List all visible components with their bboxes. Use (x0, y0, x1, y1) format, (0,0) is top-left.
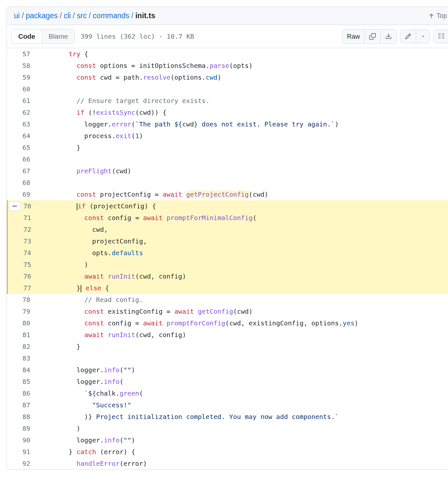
line-number[interactable]: 79 (7, 306, 46, 317)
line-number[interactable]: 88 (7, 411, 46, 423)
line-number[interactable]: 66 (7, 153, 46, 165)
breadcrumb-link[interactable]: ui (14, 11, 20, 20)
line-number[interactable]: 60 (7, 83, 46, 95)
code-token: info (104, 436, 120, 444)
code-line[interactable]: await runInit(cwd, config) (46, 329, 448, 341)
raw-button[interactable]: Raw (342, 30, 364, 44)
code-line[interactable]: await runInit(cwd, config) (46, 270, 448, 282)
download-button[interactable] (380, 30, 396, 44)
code-line[interactable]: const config = await promptForMinimalCon… (46, 212, 448, 224)
code-line[interactable]: const config = await promptForConfig(cwd… (46, 317, 448, 329)
line-number[interactable]: 91 (7, 446, 46, 458)
line-number[interactable]: 67 (7, 165, 46, 177)
code-line[interactable]: const existingConfig = await getConfig(c… (46, 306, 448, 317)
code-line[interactable]: const cwd = path.resolve(options.cwd) (46, 72, 448, 83)
line-number[interactable]: 87 (7, 399, 46, 411)
line-number[interactable]: 92 (7, 458, 46, 469)
line-number[interactable]: 80 (7, 317, 46, 329)
code-line[interactable] (46, 177, 448, 189)
code-line[interactable]: opts.defaults (46, 247, 448, 259)
code-line[interactable]: // Read config. (46, 294, 448, 306)
code-line[interactable]: ) (46, 259, 448, 270)
line-number[interactable]: 75 (7, 259, 46, 270)
code-line[interactable]: } (46, 341, 448, 352)
breadcrumb-link[interactable]: packages (26, 11, 58, 20)
code-line[interactable]: const projectConfig = await getProjectCo… (46, 189, 448, 200)
code-line[interactable]: preFlight(cwd) (46, 165, 448, 177)
tab-blame[interactable]: Blame (42, 29, 75, 44)
scroll-top-button[interactable]: Top (428, 12, 447, 20)
line-number[interactable]: 64 (7, 130, 46, 142)
code-row: 67 preFlight(cwd) (7, 165, 448, 177)
code-token: } (53, 343, 80, 350)
breadcrumb-link[interactable]: commands (93, 11, 129, 20)
line-number[interactable]: 68 (7, 177, 46, 189)
code-token: // Ensure target directory exists. (76, 97, 209, 105)
line-number[interactable]: 82 (7, 341, 46, 352)
edit-dropdown-button[interactable] (416, 30, 430, 43)
code-line[interactable]: logger.error(`The path ${cwd} does not e… (46, 118, 448, 130)
breadcrumb-link[interactable]: cli (64, 11, 71, 20)
code-token: } Project initialization completed. You … (88, 413, 339, 421)
code-token: ) (131, 366, 135, 374)
line-number[interactable]: 90 (7, 434, 46, 446)
line-actions-button[interactable]: ⋯ (8, 202, 21, 211)
code-line[interactable]: if (!existsSync(cwd)) { (46, 107, 448, 118)
code-line[interactable]: cwd, (46, 224, 448, 235)
code-token (53, 401, 92, 409)
code-line[interactable] (46, 83, 448, 95)
code-token: await (84, 272, 104, 280)
line-number[interactable]: 71 (7, 212, 46, 224)
line-number[interactable]: 59 (7, 72, 46, 83)
code-line[interactable]: } else { (46, 282, 448, 294)
code-line[interactable]: // Ensure target directory exists. (46, 95, 448, 107)
line-number[interactable]: 65 (7, 142, 46, 153)
code-line[interactable]: logger.info("") (46, 434, 448, 446)
line-number[interactable]: 58 (7, 60, 46, 72)
code-line[interactable]: if (projectConfig) { (46, 200, 448, 212)
line-number[interactable]: 81 (7, 329, 46, 341)
line-number[interactable]: 62 (7, 107, 46, 118)
line-number[interactable]: 61 (7, 95, 46, 107)
edit-button[interactable] (400, 30, 416, 43)
line-number[interactable]: 83 (7, 352, 46, 364)
code-line[interactable]: projectConfig, (46, 235, 448, 247)
line-number[interactable]: 69 (7, 189, 46, 200)
code-line[interactable]: } (46, 142, 448, 153)
line-number[interactable]: 84 (7, 364, 46, 376)
code-line[interactable]: "Success!" (46, 399, 448, 411)
line-number[interactable]: 78 (7, 294, 46, 306)
code-line[interactable]: )} Project initialization completed. You… (46, 411, 448, 423)
copy-button[interactable] (364, 30, 380, 44)
line-number[interactable]: 85 (7, 376, 46, 387)
line-number[interactable]: 72 (7, 224, 46, 235)
code-line[interactable]: process.exit(1) (46, 130, 448, 142)
code-line[interactable] (46, 153, 448, 165)
line-number[interactable]: 57 (7, 48, 46, 60)
code-token (53, 62, 76, 70)
code-line[interactable]: try { (46, 48, 448, 60)
line-number[interactable]: 74 (7, 247, 46, 259)
code-line[interactable]: `${chalk.green( (46, 387, 448, 399)
code-token (53, 97, 76, 105)
code-line[interactable]: ) (46, 423, 448, 434)
code-token: existsSync (96, 109, 135, 116)
code-token: getConfig (198, 308, 233, 315)
code-line[interactable]: logger.info( (46, 376, 448, 387)
tab-code[interactable]: Code (12, 29, 42, 44)
code-line[interactable]: handleError(error) (46, 458, 448, 469)
line-number[interactable]: 73 (7, 235, 46, 247)
line-number[interactable]: 63 (7, 118, 46, 130)
line-number[interactable]: 89 (7, 423, 46, 434)
line-number[interactable]: 86 (7, 387, 46, 399)
line-number[interactable]: 77 (7, 282, 46, 294)
line-number[interactable]: 70⋯ (7, 200, 46, 212)
code-line[interactable] (46, 352, 448, 364)
symbols-button[interactable] (434, 30, 448, 43)
code-line[interactable]: } catch (error) { (46, 446, 448, 458)
code-token: (cwd)) { (135, 109, 166, 116)
line-number[interactable]: 76 (7, 270, 46, 282)
code-line[interactable]: const options = initOptionsSchema.parse(… (46, 60, 448, 72)
breadcrumb-link[interactable]: src (77, 11, 87, 20)
code-line[interactable]: logger.info("") (46, 364, 448, 376)
